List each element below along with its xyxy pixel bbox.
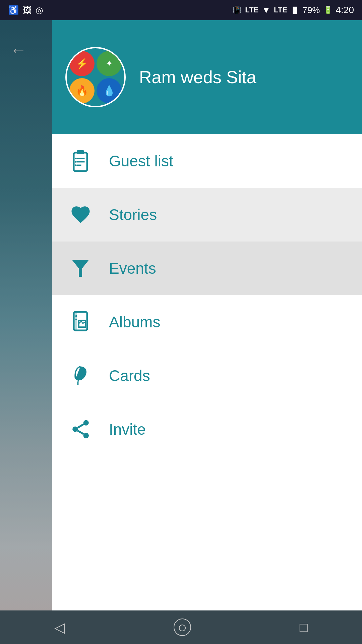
leaf-icon — [69, 364, 92, 387]
menu-item-guest-list[interactable]: Guest list — [52, 134, 362, 188]
invite-label: Invite — [109, 420, 146, 438]
share-icon — [69, 418, 92, 440]
svg-point-5 — [75, 158, 77, 159]
back-button[interactable]: ← — [10, 40, 27, 60]
battery-icon: 🔋 — [323, 6, 333, 14]
svg-rect-10 — [74, 312, 77, 330]
svg-point-17 — [83, 433, 88, 438]
stories-label: Stories — [109, 206, 157, 224]
svg-line-19 — [77, 424, 83, 428]
signal-bars-icon: ▐▌ — [291, 7, 299, 14]
logo-quadrant-2: ✦ — [97, 51, 122, 76]
filter-icon — [69, 257, 92, 280]
svg-rect-12 — [75, 319, 77, 320]
back-nav-button[interactable]: ◁ — [54, 619, 65, 636]
drawer-header: ⚡ ✦ 🔥 💧 Ram weds Sita — [52, 20, 362, 134]
photo-icon: 🖼 — [23, 5, 32, 15]
home-nav-button[interactable]: ○ — [174, 619, 191, 636]
guest-list-label: Guest list — [109, 152, 173, 170]
spinner-icon: ◎ — [36, 5, 43, 15]
cards-label: Cards — [109, 367, 150, 385]
heart-icon — [69, 204, 92, 225]
event-title: Ram weds Sita — [139, 67, 256, 87]
water-drop-icon: 💧 — [103, 85, 115, 97]
status-bar: ♿ 🖼 ◎ 📳 LTE ▼ LTE ▐▌ 79% 🔋 4:20 — [0, 0, 362, 20]
menu-item-invite[interactable]: Invite — [52, 402, 362, 456]
vibrate-icon: 📳 — [233, 6, 242, 14]
fire-icon: 🔥 — [76, 85, 88, 97]
bottom-nav: ◁ ○ □ — [0, 610, 362, 644]
album-icon — [69, 310, 92, 334]
svg-point-7 — [75, 164, 77, 166]
logo-quadrant-1: ⚡ — [69, 51, 95, 76]
logo-quadrant-3: 🔥 — [69, 78, 95, 103]
signal-lte-icon: LTE — [274, 6, 287, 14]
svg-point-16 — [72, 426, 78, 432]
svg-marker-8 — [72, 260, 89, 277]
svg-line-18 — [77, 431, 83, 434]
menu-item-cards[interactable]: Cards — [52, 349, 362, 402]
lte-phone-icon: LTE — [245, 6, 258, 14]
svg-rect-1 — [77, 150, 84, 154]
status-bar-left: ♿ 🖼 ◎ — [8, 5, 43, 15]
menu-item-albums[interactable]: Albums — [52, 295, 362, 349]
star-cross-icon: ✦ — [106, 58, 113, 69]
events-label: Events — [109, 259, 156, 277]
clock: 4:20 — [336, 5, 354, 15]
albums-label: Albums — [109, 313, 160, 331]
wifi-icon: ▼ — [262, 5, 270, 15]
app-logo: ⚡ ✦ 🔥 💧 — [65, 47, 126, 107]
menu-list: Guest list Stories Events — [52, 134, 362, 644]
status-bar-right: 📳 LTE ▼ LTE ▐▌ 79% 🔋 4:20 — [233, 5, 354, 15]
recent-nav-button[interactable]: □ — [300, 620, 308, 635]
person-icon: ♿ — [8, 5, 19, 15]
svg-point-15 — [83, 420, 88, 425]
logo-quadrant-4: 💧 — [97, 78, 122, 103]
clipboard-icon — [69, 149, 92, 173]
lightning-icon: ⚡ — [76, 58, 88, 69]
battery-percent: 79% — [302, 5, 320, 15]
menu-item-events[interactable]: Events — [52, 241, 362, 295]
svg-rect-11 — [75, 315, 77, 317]
menu-item-stories[interactable]: Stories — [52, 188, 362, 241]
navigation-drawer: ⚡ ✦ 🔥 💧 Ram weds Sita — [52, 20, 362, 644]
svg-point-6 — [75, 161, 77, 163]
